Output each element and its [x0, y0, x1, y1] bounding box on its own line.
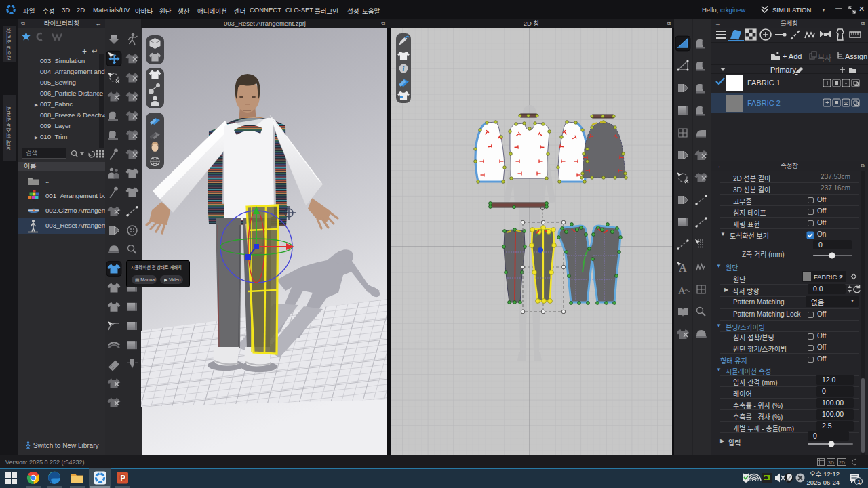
svg-text:3D: 3D — [828, 460, 834, 465]
svg-text:1: 1 — [857, 479, 861, 485]
svg-text:P: P — [121, 474, 125, 482]
svg-text:2D: 2D — [839, 460, 845, 465]
svg-text:A: A — [678, 285, 686, 296]
svg-text:i: i — [403, 65, 405, 73]
